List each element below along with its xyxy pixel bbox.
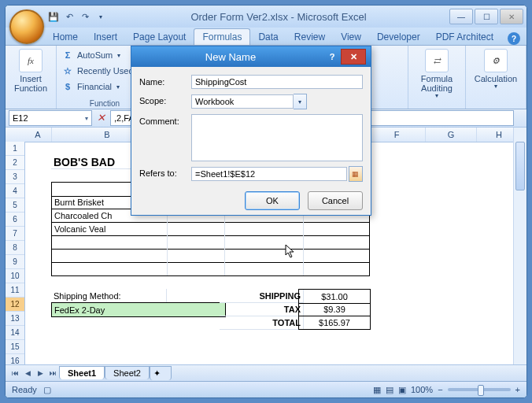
name-input[interactable] — [191, 75, 363, 89]
row-header-6[interactable]: 6 — [6, 213, 24, 227]
tab-view[interactable]: View — [333, 29, 369, 45]
view-layout-icon[interactable]: ▤ — [386, 385, 393, 395]
scope-select[interactable] — [191, 94, 294, 109]
tab-page-layout[interactable]: Page Layout — [125, 29, 194, 45]
cell[interactable]: TAX — [220, 302, 304, 316]
cell[interactable] — [220, 235, 304, 250]
tab-insert[interactable]: Insert — [86, 29, 125, 45]
row-header-13[interactable]: 13 — [6, 312, 24, 326]
minimize-button[interactable]: — — [449, 9, 473, 24]
sheet-tab-sheet1[interactable]: Sheet1 — [59, 366, 105, 379]
view-normal-icon[interactable]: ▦ — [373, 385, 381, 395]
row-header-10[interactable]: 10 — [6, 269, 24, 283]
comment-textarea[interactable] — [191, 114, 363, 161]
cell[interactable] — [161, 222, 225, 236]
ok-label: OK — [266, 196, 279, 205]
row-header-15[interactable]: 15 — [6, 340, 24, 354]
row-header-2[interactable]: 2 — [6, 156, 24, 170]
cell[interactable] — [220, 262, 304, 276]
tab-review[interactable]: Review — [286, 29, 333, 45]
row-header-12[interactable]: 12 — [6, 298, 24, 312]
row-header-16[interactable]: 16 — [6, 354, 24, 364]
name-box[interactable]: E12▾ — [9, 110, 92, 126]
close-button[interactable]: ✕ — [500, 9, 523, 24]
last-sheet-icon[interactable]: ⏭ — [46, 368, 59, 379]
cell[interactable] — [51, 249, 168, 263]
prev-sheet-icon[interactable]: ◀ — [21, 368, 34, 379]
dialog-help-icon[interactable]: ? — [325, 50, 339, 64]
cell[interactable] — [220, 249, 304, 263]
office-button[interactable] — [9, 9, 44, 44]
redo-icon[interactable]: ↷ — [78, 9, 92, 24]
cell[interactable]: SHIPPING — [220, 289, 304, 303]
refers-to-input[interactable] — [191, 167, 347, 181]
tab-pdf-architect[interactable]: PDF Architect — [428, 29, 501, 45]
tab-developer[interactable]: Developer — [369, 29, 428, 45]
row-header-5[interactable]: 5 — [6, 198, 24, 213]
insert-function-button[interactable]: fx Insert Function — [10, 47, 51, 94]
zoom-out-icon[interactable]: − — [438, 385, 442, 394]
select-all-corner[interactable] — [6, 128, 25, 142]
zoom-in-icon[interactable]: + — [515, 385, 520, 394]
cell[interactable] — [161, 235, 225, 250]
tab-data[interactable]: Data — [250, 29, 286, 45]
range-picker-icon[interactable]: ▦ — [349, 166, 363, 182]
formula-auditing-button[interactable]: ⇄ Formula Auditing▾ — [413, 47, 460, 102]
cancel-formula-icon[interactable]: ✕ — [97, 112, 105, 124]
sheet-tab-bar: ⏮ ◀ ▶ ⏭ Sheet1 Sheet2 ✦ — [6, 364, 526, 381]
row-header-7[interactable]: 7 — [6, 227, 24, 241]
macro-record-icon[interactable]: ▢ — [43, 385, 51, 395]
cell[interactable]: TOTAL — [220, 316, 304, 330]
name-box-dropdown-icon[interactable]: ▾ — [85, 115, 88, 122]
row-headers: 1234567891011121314151617 — [6, 142, 25, 364]
cell[interactable] — [298, 222, 370, 236]
ok-button[interactable]: OK — [245, 191, 300, 210]
vertical-scrollbar[interactable] — [513, 128, 526, 364]
tab-formulas[interactable]: Formulas — [194, 28, 250, 45]
row-header-4[interactable]: 4 — [6, 184, 24, 198]
cell[interactable]: Shipping Method: — [51, 289, 167, 303]
scrollbar-thumb[interactable] — [515, 142, 525, 190]
scope-dropdown-icon[interactable]: ▾ — [294, 94, 307, 109]
new-sheet-button[interactable]: ✦ — [150, 366, 172, 380]
cell[interactable] — [51, 235, 168, 250]
sheet-tab-sheet2[interactable]: Sheet2 — [105, 366, 150, 379]
cell[interactable] — [298, 235, 370, 250]
col-header-A[interactable]: A — [24, 128, 52, 142]
calculation-button[interactable]: ⚙ Calculation▾ — [471, 47, 521, 92]
dialog-titlebar[interactable]: New Name ? ✕ — [131, 46, 371, 67]
cell[interactable] — [161, 249, 225, 263]
undo-icon[interactable]: ↶ — [62, 9, 76, 24]
col-header-F[interactable]: F — [368, 128, 426, 142]
cell[interactable] — [298, 262, 370, 276]
cell[interactable]: Volcanic Veal — [51, 222, 168, 236]
row-header-3[interactable]: 3 — [6, 170, 24, 184]
cell[interactable] — [161, 262, 225, 276]
zoom-slider[interactable] — [448, 388, 511, 391]
zoom-slider-thumb[interactable] — [478, 385, 484, 396]
help-icon[interactable]: ? — [508, 32, 520, 45]
first-sheet-icon[interactable]: ⏮ — [9, 368, 21, 379]
qat-dropdown-icon[interactable]: ▾ — [94, 9, 108, 24]
cell[interactable]: $165.97 — [298, 316, 371, 330]
row-header-11[interactable]: 11 — [6, 283, 24, 298]
row-header-1[interactable]: 1 — [6, 142, 24, 156]
row-header-9[interactable]: 9 — [6, 255, 24, 269]
dialog-close-icon[interactable]: ✕ — [341, 49, 366, 65]
cell[interactable]: $9.39 — [298, 302, 371, 316]
cell[interactable] — [51, 262, 168, 276]
cell[interactable] — [220, 222, 304, 236]
cancel-button[interactable]: Cancel — [308, 191, 363, 210]
cell[interactable] — [298, 249, 370, 263]
cell[interactable]: FedEx 2-Day — [51, 302, 226, 317]
recent-label: Recently Used — [77, 66, 134, 76]
view-pagebreak-icon[interactable]: ▣ — [398, 385, 406, 395]
next-sheet-icon[interactable]: ▶ — [34, 368, 46, 379]
row-header-8[interactable]: 8 — [6, 241, 24, 255]
col-header-G[interactable]: G — [426, 128, 477, 142]
tab-home[interactable]: Home — [45, 29, 86, 45]
row-header-14[interactable]: 14 — [6, 326, 24, 340]
zoom-level[interactable]: 100% — [411, 385, 433, 394]
save-icon[interactable]: 💾 — [46, 9, 61, 24]
maximize-button[interactable]: ☐ — [475, 9, 498, 24]
